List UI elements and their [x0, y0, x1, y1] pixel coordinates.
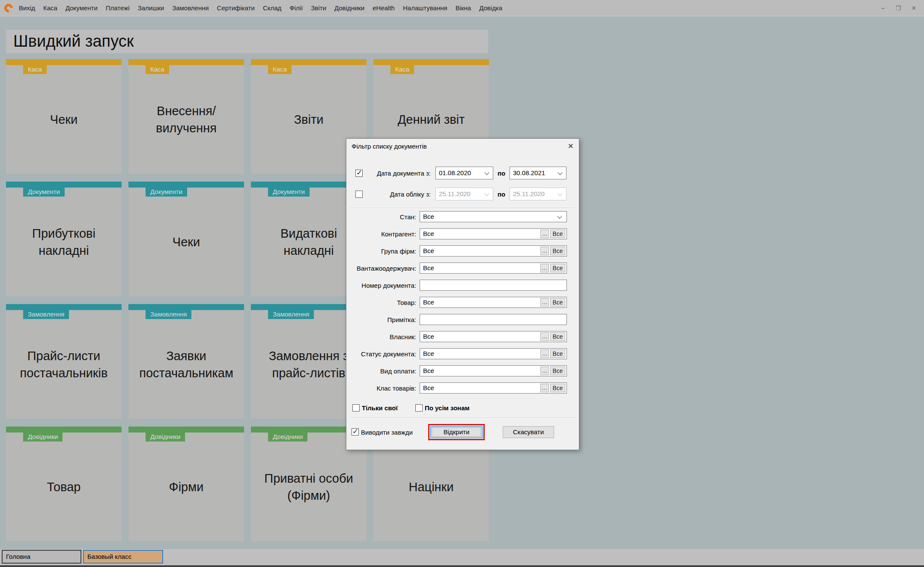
- menu-item-8[interactable]: Склад: [263, 4, 281, 12]
- filter-field-row: Власник:Все…Все: [346, 331, 579, 342]
- always-show-label: Виводити завжди: [361, 429, 413, 436]
- lookup-all-button[interactable]: Все: [550, 230, 565, 238]
- menu-bar: ВихідКасаДокументиПлатежіЗалишкиЗамовлен…: [0, 0, 924, 16]
- menu-item-12[interactable]: eHealth: [373, 4, 395, 12]
- date-to-combobox[interactable]: 30.08.2021: [510, 167, 566, 179]
- status-bar: Головна Базовый класс: [0, 549, 924, 567]
- field-label: Статус документа:: [346, 350, 416, 358]
- tile-label: Чеки: [128, 188, 244, 296]
- lookup-more-button[interactable]: …: [540, 230, 549, 238]
- lookup-all-button[interactable]: Все: [550, 332, 565, 341]
- chevron-down-icon: [557, 214, 562, 218]
- menu-item-3[interactable]: Документи: [66, 4, 98, 12]
- tab-holovna[interactable]: Головна: [2, 550, 81, 564]
- tile-внесення-вилучення[interactable]: КасаВнесення/вилучення: [128, 59, 244, 174]
- filter-field-row: Статус документа:Все…Все: [346, 348, 579, 359]
- menu-item-2[interactable]: Каса: [43, 4, 57, 12]
- field-label: Власник:: [346, 333, 416, 340]
- date-row-checkbox[interactable]: ✓: [355, 170, 363, 177]
- tile-товар[interactable]: ДовідникиТовар: [6, 427, 122, 541]
- lookup-all-button[interactable]: Все: [550, 367, 565, 375]
- always-show-checkbox[interactable]: ✓: [352, 428, 359, 436]
- lookup-all-button[interactable]: Все: [550, 384, 565, 392]
- open-button[interactable]: Відкрити: [430, 426, 483, 438]
- option-checkbox-label: Тільки свої: [362, 404, 398, 412]
- tile-заявки-постачальникам[interactable]: ЗамовленняЗаявки постачальникам: [128, 304, 244, 419]
- tile-label: Заявки постачальникам: [128, 310, 244, 419]
- menu-item-6[interactable]: Замовлення: [172, 4, 209, 12]
- filter-field-row: Стан:Все: [346, 211, 579, 222]
- page-title: Швидкий запуск: [6, 30, 488, 53]
- menu-item-11[interactable]: Довідники: [334, 4, 364, 12]
- field-lookup-input[interactable]: Все…Все: [420, 382, 567, 394]
- window-controls: – ❐ ✕: [879, 5, 918, 12]
- field-label: Стан:: [346, 213, 416, 221]
- lookup-all-button[interactable]: Все: [550, 264, 565, 272]
- minimize-icon[interactable]: –: [879, 5, 887, 12]
- tile-чеки[interactable]: КасаЧеки: [6, 59, 122, 174]
- menu-item-9[interactable]: Філії: [289, 4, 303, 12]
- menu-item-4[interactable]: Платежі: [106, 4, 130, 12]
- tile-label: Прайс-листи постачальників: [6, 310, 122, 419]
- cancel-button[interactable]: Скасувати: [503, 426, 554, 438]
- dialog-titlebar: Фільтр списку документів ✕: [346, 139, 579, 154]
- tab-bazovyi-klass[interactable]: Базовый класс: [83, 550, 163, 564]
- field-lookup-input[interactable]: Все…Все: [420, 263, 567, 274]
- tile-label: Чеки: [6, 65, 122, 174]
- field-text-input[interactable]: [420, 314, 567, 325]
- lookup-more-button[interactable]: …: [540, 349, 549, 358]
- date-conjunction-label: по: [493, 170, 510, 177]
- chevron-down-icon: [557, 191, 562, 196]
- tile-label: Фірми: [128, 433, 244, 541]
- lookup-more-button[interactable]: …: [540, 298, 549, 307]
- restore-icon[interactable]: ❐: [894, 5, 903, 12]
- date-from-combobox[interactable]: 25.11.2020: [435, 188, 493, 200]
- menu-item-1[interactable]: Вихід: [19, 4, 35, 12]
- field-lookup-input[interactable]: Все…Все: [420, 245, 567, 257]
- field-label: Клас товарів:: [346, 385, 416, 392]
- lookup-all-button[interactable]: Все: [550, 247, 565, 255]
- field-lookup-input[interactable]: Все…Все: [420, 348, 567, 359]
- tile-прайс-листи-постачальників[interactable]: ЗамовленняПрайс-листи постачальників: [6, 304, 122, 419]
- lookup-more-button[interactable]: …: [540, 332, 549, 341]
- close-icon[interactable]: ✕: [909, 5, 918, 12]
- option-checkbox[interactable]: [352, 404, 360, 412]
- menu-item-10[interactable]: Звіти: [311, 4, 326, 12]
- field-label: Товар:: [346, 299, 416, 306]
- tile-фірми[interactable]: ДовідникиФірми: [128, 427, 244, 541]
- tile-category-strip: [251, 59, 367, 65]
- field-lookup-input[interactable]: Все…Все: [420, 365, 567, 376]
- date-row-checkbox[interactable]: [355, 191, 363, 198]
- tile-чеки[interactable]: ДокументиЧеки: [128, 182, 244, 296]
- date-to-combobox[interactable]: 25.11.2020: [510, 188, 566, 200]
- field-lookup-input[interactable]: Все…Все: [420, 331, 567, 342]
- field-lookup-input[interactable]: Все…Все: [420, 297, 567, 308]
- focus-rect: [432, 427, 481, 437]
- menu-item-13[interactable]: Налаштування: [403, 4, 447, 12]
- field-text-input[interactable]: [420, 280, 567, 291]
- filter-dialog: Фільтр списку документів ✕ ✓Дата докумен…: [346, 138, 579, 450]
- lookup-more-button[interactable]: …: [540, 264, 549, 272]
- dialog-close-icon[interactable]: ✕: [568, 142, 574, 151]
- lookup-all-button[interactable]: Все: [550, 298, 565, 307]
- option-checkbox[interactable]: [415, 404, 423, 412]
- lookup-more-button[interactable]: …: [540, 384, 549, 392]
- lookup-all-button[interactable]: Все: [550, 349, 565, 358]
- field-select[interactable]: Все: [420, 211, 567, 222]
- menu-item-14[interactable]: Вікна: [456, 4, 471, 12]
- filter-field-row: Клас товарів:Все…Все: [346, 382, 579, 394]
- lookup-more-button[interactable]: …: [540, 367, 549, 375]
- tile-category-strip: [128, 182, 244, 188]
- separator: [349, 418, 576, 418]
- menu-item-7[interactable]: Сертифікати: [217, 4, 255, 12]
- field-label: Номер документа:: [346, 282, 416, 289]
- menu-item-5[interactable]: Залишки: [138, 4, 164, 12]
- tile-label: Прибуткові накладні: [6, 188, 122, 296]
- date-from-combobox[interactable]: 01.08.2020: [435, 167, 493, 179]
- tile-прибуткові-накладні[interactable]: ДокументиПрибуткові накладні: [6, 182, 122, 296]
- lookup-more-button[interactable]: …: [540, 247, 549, 255]
- dialog-body: ✓Дата документа з:01.08.2020по30.08.2021…: [346, 167, 579, 438]
- menu-item-15[interactable]: Довідка: [479, 4, 502, 12]
- field-lookup-input[interactable]: Все…Все: [420, 228, 567, 239]
- date-row-label: Дата обліку з:: [363, 191, 431, 198]
